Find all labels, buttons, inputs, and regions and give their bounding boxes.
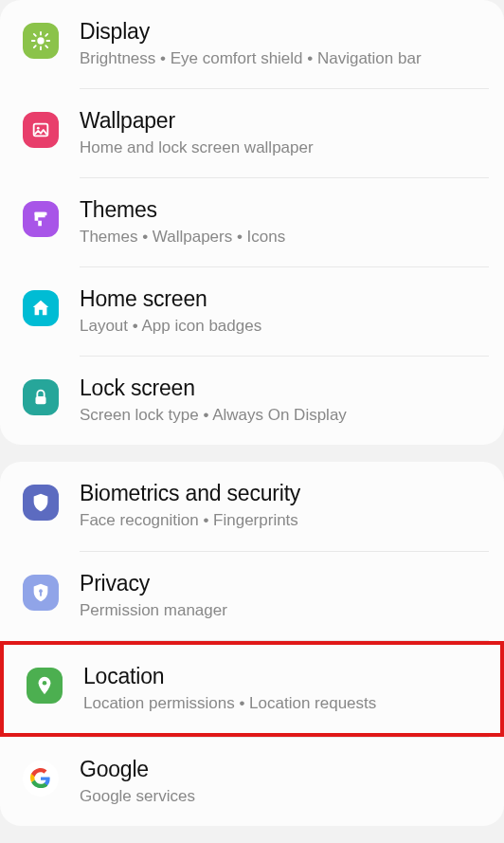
item-subtitle: Screen lock type • Always On Display xyxy=(80,405,481,426)
settings-item-home-screen[interactable]: Home screenLayout • App icon badges xyxy=(0,267,504,356)
settings-item-privacy[interactable]: PrivacyPermission manager xyxy=(0,552,504,640)
svg-rect-3 xyxy=(35,212,47,216)
pin-icon xyxy=(27,668,63,704)
item-subtitle: Layout • App icon badges xyxy=(80,316,481,337)
item-subtitle: Face recognition • Fingerprints xyxy=(80,510,481,531)
item-title: Wallpaper xyxy=(80,108,481,134)
settings-item-lock-screen[interactable]: Lock screenScreen lock type • Always On … xyxy=(0,357,504,445)
svg-point-2 xyxy=(37,127,40,130)
svg-point-7 xyxy=(43,681,47,686)
google-icon xyxy=(23,761,59,797)
lock-icon xyxy=(23,379,59,415)
settings-item-wallpaper[interactable]: WallpaperHome and lock screen wallpaper xyxy=(0,89,504,177)
item-text: GoogleGoogle services xyxy=(80,757,481,807)
item-subtitle: Brightness • Eye comfort shield • Naviga… xyxy=(80,48,481,69)
item-title: Lock screen xyxy=(80,376,481,401)
settings-item-biometrics[interactable]: Biometrics and securityFace recognition … xyxy=(0,462,504,550)
item-title: Biometrics and security xyxy=(80,481,481,506)
svg-rect-6 xyxy=(40,592,42,596)
paint-icon xyxy=(23,201,59,237)
item-text: ThemesThemes • Wallpapers • Icons xyxy=(80,197,481,247)
settings-item-themes[interactable]: ThemesThemes • Wallpapers • Icons xyxy=(0,178,504,266)
item-title: Display xyxy=(80,19,481,45)
settings-item-location[interactable]: LocationLocation permissions • Location … xyxy=(0,641,504,737)
shield-icon xyxy=(23,485,59,521)
item-subtitle: Themes • Wallpapers • Icons xyxy=(80,227,481,247)
svg-rect-4 xyxy=(36,396,46,404)
settings-section: DisplayBrightness • Eye comfort shield •… xyxy=(0,0,504,445)
home-icon xyxy=(23,290,59,326)
item-text: WallpaperHome and lock screen wallpaper xyxy=(80,108,481,158)
item-subtitle: Home and lock screen wallpaper xyxy=(80,137,481,158)
svg-point-0 xyxy=(37,37,44,44)
item-text: DisplayBrightness • Eye comfort shield •… xyxy=(80,19,481,69)
shield-key-icon xyxy=(23,575,59,611)
settings-item-display[interactable]: DisplayBrightness • Eye comfort shield •… xyxy=(0,0,504,88)
item-title: Home screen xyxy=(80,286,481,312)
item-text: Home screenLayout • App icon badges xyxy=(80,286,481,337)
settings-item-google[interactable]: GoogleGoogle services xyxy=(0,738,504,826)
image-icon xyxy=(23,112,59,148)
brightness-icon xyxy=(23,23,59,59)
item-title: Themes xyxy=(80,197,481,223)
item-text: LocationLocation permissions • Location … xyxy=(83,664,477,714)
settings-section: Biometrics and securityFace recognition … xyxy=(0,462,504,825)
item-text: Lock screenScreen lock type • Always On … xyxy=(80,376,481,426)
item-title: Google xyxy=(80,757,481,782)
item-text: PrivacyPermission manager xyxy=(80,571,481,621)
item-subtitle: Location permissions • Location requests xyxy=(83,693,477,714)
item-subtitle: Google services xyxy=(80,786,481,807)
item-subtitle: Permission manager xyxy=(80,600,481,621)
item-text: Biometrics and securityFace recognition … xyxy=(80,481,481,531)
item-title: Privacy xyxy=(80,571,481,596)
item-title: Location xyxy=(83,664,477,689)
